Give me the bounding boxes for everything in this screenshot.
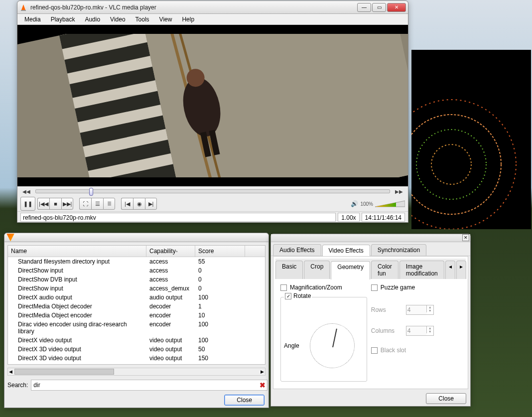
effects-titlebar[interactable]: ✕ <box>271 234 470 242</box>
blackslot-checkbox[interactable] <box>371 347 378 354</box>
rows-input[interactable] <box>406 305 426 314</box>
scroll-right-icon[interactable]: ▶ <box>260 369 265 374</box>
tab-audio-effects[interactable]: Audio Effects <box>273 244 321 256</box>
table-row[interactable]: DirectMedia Object decoderdecoder1 <box>8 302 265 311</box>
frame-back-button[interactable]: |◀ <box>121 198 133 210</box>
rotate-label: Rotate <box>293 292 311 299</box>
spin-down-icon[interactable]: ▼ <box>426 330 433 333</box>
table-row[interactable]: Dirac video encoder using dirac-research… <box>8 320 265 336</box>
spin-up-icon[interactable]: ▲ <box>426 326 433 330</box>
vlc-cone-icon <box>6 234 14 242</box>
menu-audio[interactable]: Audio <box>80 15 105 24</box>
cell-score: 150 <box>195 354 245 363</box>
speaker-icon[interactable]: 🔊 <box>351 200 358 207</box>
table-row[interactable]: DirectX 3D video outputvideo output50 <box>8 345 265 354</box>
record-button[interactable]: ◉ <box>133 198 145 210</box>
table-row[interactable]: DirectX 3D video outputvideo output150 <box>8 354 265 363</box>
cell-capability: access <box>146 275 195 284</box>
pause-button[interactable]: ❚❚ <box>20 197 35 211</box>
rotate-checkbox[interactable]: ✓ <box>285 293 291 299</box>
menu-tools[interactable]: Tools <box>131 15 154 24</box>
table-row[interactable]: DirectMedia Object encoderencoder10 <box>8 311 265 320</box>
settings-button[interactable]: ꔖ <box>103 198 115 210</box>
table-row[interactable]: DirectX audio outputaudio output100 <box>8 293 265 302</box>
menu-help[interactable]: Help <box>177 15 199 24</box>
menu-playback[interactable]: Playback <box>46 15 80 24</box>
sort-indicator-icon: ^ <box>176 250 178 254</box>
search-input[interactable] <box>31 380 267 391</box>
window-title: refined-qos-blu720p-ro.mkv - VLC media p… <box>30 4 357 11</box>
tab-basic[interactable]: Basic <box>275 261 303 279</box>
scroll-left-icon[interactable]: ◀ <box>8 369 13 374</box>
menu-media[interactable]: Media <box>19 15 46 24</box>
seek-back-icon[interactable]: ◀◀ <box>20 189 32 194</box>
minimize-button[interactable]: — <box>357 3 371 12</box>
filename-field[interactable]: refined-qos-blu720p-ro.mkv <box>20 213 336 222</box>
seek-thumb[interactable] <box>89 188 93 196</box>
table-body[interactable]: Standard filesystem directory inputacces… <box>8 257 265 363</box>
cell-score: 55 <box>195 257 245 266</box>
col-score[interactable]: Score <box>195 246 245 257</box>
close-icon[interactable]: ✕ <box>462 234 469 241</box>
tab-geometry[interactable]: Geometry <box>331 261 370 279</box>
table-row[interactable]: DirectShow inputaccess_demux0 <box>8 284 265 293</box>
seek-slider[interactable] <box>35 189 390 193</box>
tab-video-effects[interactable]: Video Effects <box>322 245 370 256</box>
table-row[interactable]: DirectShow DVB inputaccess0 <box>8 275 265 284</box>
tab-image-modification[interactable]: Image modification <box>399 261 444 279</box>
tab-synchronization[interactable]: Synchronization <box>371 244 426 256</box>
col-capability[interactable]: Capability^ <box>146 246 195 257</box>
stop-button[interactable]: ■ <box>49 198 61 210</box>
tab-color-fun[interactable]: Color fun <box>371 261 399 279</box>
rows-spinner[interactable]: ▲▼ <box>406 305 434 315</box>
clear-search-icon[interactable]: ✖ <box>260 381 266 389</box>
playlist-button[interactable]: ☰ <box>91 198 103 210</box>
main-menubar: Media Playback Audio Video Tools View He… <box>17 14 408 25</box>
sub-tabs: Basic Crop Geometry Color fun Image modi… <box>275 259 466 279</box>
time-box: 14:11/1:46:14 <box>362 213 405 222</box>
volume-slider[interactable] <box>375 200 405 208</box>
spin-up-icon[interactable]: ▲ <box>426 305 433 309</box>
seek-bar-row: ◀◀ ▶▶ <box>17 186 408 196</box>
magzoom-checkbox[interactable] <box>280 284 287 291</box>
plugins-table: Name Capability^ Score Standard filesyst… <box>7 245 266 365</box>
frame-fwd-button[interactable]: ▶| <box>145 198 157 210</box>
col-name[interactable]: Name <box>8 246 146 257</box>
tab-scroll-right[interactable]: ▸ <box>456 261 466 279</box>
seek-fwd-icon[interactable]: ▶▶ <box>393 189 405 194</box>
cols-input[interactable] <box>406 326 426 335</box>
menu-view[interactable]: View <box>154 15 177 24</box>
table-row[interactable]: DirectShow inputaccess0 <box>8 266 265 275</box>
spin-down-icon[interactable]: ▼ <box>426 309 433 312</box>
vlc-titlebar[interactable]: refined-qos-blu720p-ro.mkv - VLC media p… <box>17 1 408 14</box>
table-row[interactable]: DirectX video outputvideo output100 <box>8 336 265 345</box>
speed-box[interactable]: 1.00x <box>338 213 359 222</box>
close-button[interactable]: Close <box>224 395 265 406</box>
menu-video[interactable]: Video <box>105 15 130 24</box>
cell-capability: video output <box>146 354 195 363</box>
cell-score: 100 <box>195 336 245 345</box>
table-row[interactable]: Standard filesystem directory inputacces… <box>8 257 265 266</box>
puzzle-checkbox[interactable] <box>371 284 378 291</box>
tab-scroll-left[interactable]: ◂ <box>445 261 455 279</box>
plugins-titlebar[interactable] <box>4 233 268 242</box>
scrollbar-thumb[interactable] <box>14 369 114 375</box>
equalizer-icon: ꔖ <box>108 200 111 207</box>
cols-label: Columns <box>371 327 406 334</box>
svg-point-1 <box>416 130 486 199</box>
close-button[interactable]: Close <box>426 393 466 404</box>
search-row: Search: ✖ <box>4 378 268 393</box>
svg-marker-4 <box>21 4 25 10</box>
angle-dial[interactable] <box>310 323 355 368</box>
prev-track-button[interactable]: |◀◀ <box>37 198 49 210</box>
cell-name: DirectX video output <box>8 336 146 345</box>
video-canvas[interactable] <box>17 25 408 186</box>
cols-spinner[interactable]: ▲▼ <box>406 326 434 336</box>
close-button[interactable]: ✕ <box>387 3 406 12</box>
maximize-button[interactable]: ▭ <box>372 3 386 12</box>
fullscreen-button[interactable]: ⛶ <box>79 198 91 210</box>
cell-capability: access_demux <box>146 284 195 293</box>
horizontal-scrollbar[interactable]: ◀ ▶ <box>7 368 266 376</box>
tab-crop[interactable]: Crop <box>304 261 330 279</box>
next-track-button[interactable]: ▶▶| <box>61 198 73 210</box>
